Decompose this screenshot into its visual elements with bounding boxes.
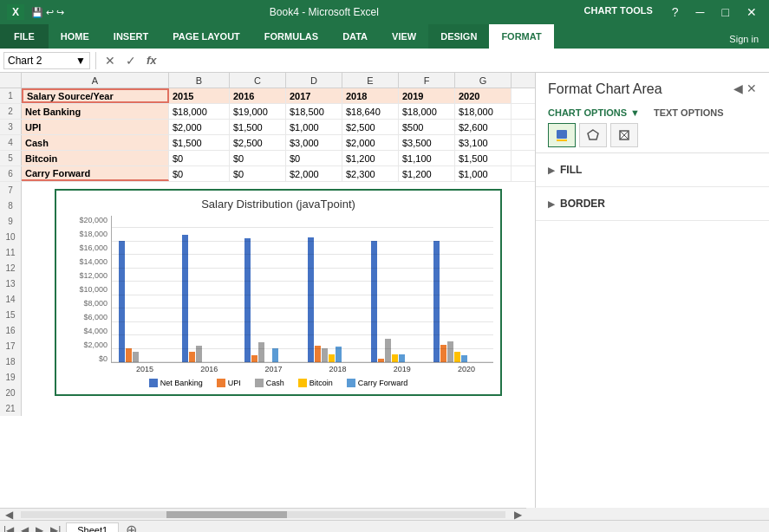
col-header-d[interactable]: D bbox=[286, 73, 342, 88]
col-header-a[interactable]: A bbox=[22, 73, 169, 88]
cell-g6[interactable]: $1,000 bbox=[455, 166, 512, 181]
tab-file[interactable]: FILE bbox=[0, 24, 49, 49]
cell-f4[interactable]: $3,500 bbox=[399, 135, 455, 150]
formula-input[interactable] bbox=[164, 55, 766, 67]
bar-2018-upi[interactable] bbox=[315, 346, 321, 362]
fill-section-header[interactable]: ▶ FILL bbox=[548, 160, 757, 179]
scrollbar-track[interactable] bbox=[21, 511, 505, 518]
cell-f2[interactable]: $18,000 bbox=[399, 104, 455, 119]
help-btn[interactable]: ? bbox=[667, 5, 684, 19]
cell-e5[interactable]: $1,200 bbox=[342, 151, 399, 165]
bar-2016-netBanking[interactable] bbox=[182, 235, 188, 362]
cell-a5[interactable]: Bitcoin bbox=[22, 151, 169, 165]
cell-d4[interactable]: $3,000 bbox=[286, 135, 342, 150]
bar-2020-netBanking[interactable] bbox=[433, 241, 440, 362]
cell-a4[interactable]: Cash bbox=[22, 135, 169, 150]
cell-a1[interactable]: Salary Source/Year bbox=[22, 88, 169, 103]
col-header-f[interactable]: F bbox=[399, 73, 455, 88]
chart-options-button[interactable]: CHART OPTIONS ▼ bbox=[548, 107, 640, 118]
tab-home[interactable]: HOME bbox=[49, 24, 101, 49]
sheet-nav-next[interactable]: ▶ bbox=[32, 524, 47, 533]
border-section-header[interactable]: ▶ BORDER bbox=[548, 194, 757, 213]
tab-data[interactable]: DATA bbox=[330, 24, 380, 49]
close-btn[interactable]: ✕ bbox=[741, 5, 762, 19]
cell-c1[interactable]: 2016 bbox=[230, 88, 286, 103]
bar-2020-upi[interactable] bbox=[440, 345, 446, 362]
tab-insert[interactable]: INSERT bbox=[101, 24, 160, 49]
tab-page-layout[interactable]: PAGE LAYOUT bbox=[160, 24, 252, 49]
cell-c5[interactable]: $0 bbox=[230, 151, 286, 165]
bar-2018-bitcoin[interactable] bbox=[329, 354, 335, 362]
name-box[interactable]: Chart 2 ▼ bbox=[3, 52, 90, 69]
cell-a2[interactable]: Net Banking bbox=[22, 104, 169, 119]
bar-2015-cash[interactable] bbox=[133, 352, 139, 362]
cell-e1[interactable]: 2018 bbox=[342, 88, 399, 103]
cell-c6[interactable]: $0 bbox=[230, 166, 286, 181]
cell-g1[interactable]: 2020 bbox=[455, 88, 512, 103]
border-icon-btn[interactable] bbox=[579, 123, 607, 147]
tab-format[interactable]: FORMAT bbox=[489, 24, 553, 49]
bar-2020-bitcoin[interactable] bbox=[454, 352, 460, 362]
cell-g4[interactable]: $3,100 bbox=[455, 135, 512, 150]
add-sheet-btn[interactable]: ⊕ bbox=[119, 522, 144, 532]
cell-e3[interactable]: $2,500 bbox=[342, 120, 399, 134]
chart-wrapper[interactable]: Salary Distribution (javaTpoint) $20,000… bbox=[22, 182, 535, 416]
cell-d3[interactable]: $1,000 bbox=[286, 120, 342, 134]
bar-2016-upi[interactable] bbox=[189, 352, 195, 362]
bar-2017-carryForward[interactable] bbox=[272, 348, 278, 362]
cell-d2[interactable]: $18,500 bbox=[286, 104, 342, 119]
cell-b3[interactable]: $2,000 bbox=[169, 120, 230, 134]
horizontal-scrollbar[interactable]: ◀ ▶ bbox=[0, 508, 526, 520]
tab-design[interactable]: DESIGN bbox=[428, 24, 489, 49]
sheet-tab-1[interactable]: Sheet1 bbox=[66, 522, 119, 532]
cell-a3[interactable]: UPI bbox=[22, 120, 169, 134]
cell-a6[interactable]: Carry Forward bbox=[22, 166, 169, 181]
panel-back-icon[interactable]: ◀ bbox=[733, 81, 743, 95]
scrollbar-thumb[interactable] bbox=[166, 511, 288, 518]
cell-f5[interactable]: $1,100 bbox=[399, 151, 455, 165]
scroll-left-btn[interactable]: ◀ bbox=[0, 509, 17, 521]
cell-g5[interactable]: $1,500 bbox=[455, 151, 512, 165]
name-box-arrow[interactable]: ▼ bbox=[75, 55, 86, 67]
text-options-button[interactable]: TEXT OPTIONS bbox=[654, 107, 724, 118]
cell-f6[interactable]: $1,200 bbox=[399, 166, 455, 181]
chart-container[interactable]: Salary Distribution (javaTpoint) $20,000… bbox=[55, 189, 502, 396]
cell-b1[interactable]: 2015 bbox=[169, 88, 230, 103]
cell-b4[interactable]: $1,500 bbox=[169, 135, 230, 150]
col-header-b[interactable]: B bbox=[169, 73, 230, 88]
bar-2019-carryForward[interactable] bbox=[399, 354, 405, 362]
formula-confirm[interactable]: ✓ bbox=[122, 54, 140, 68]
formula-fx[interactable]: fx bbox=[143, 54, 160, 67]
maximize-btn[interactable]: □ bbox=[717, 5, 734, 19]
fill-icon-btn[interactable] bbox=[548, 123, 576, 147]
cell-f3[interactable]: $500 bbox=[399, 120, 455, 134]
scroll-right-btn[interactable]: ▶ bbox=[509, 509, 526, 521]
col-header-c[interactable]: C bbox=[230, 73, 286, 88]
bar-2016-cash[interactable] bbox=[196, 346, 202, 362]
bar-2018-cash[interactable] bbox=[322, 348, 328, 362]
cell-b6[interactable]: $0 bbox=[169, 166, 230, 181]
sign-in-button[interactable]: Sign in bbox=[719, 29, 769, 49]
bar-2015-upi[interactable] bbox=[126, 348, 132, 362]
cell-g3[interactable]: $2,600 bbox=[455, 120, 512, 134]
cell-c3[interactable]: $1,500 bbox=[230, 120, 286, 134]
cell-b5[interactable]: $0 bbox=[169, 151, 230, 165]
bar-2019-cash[interactable] bbox=[385, 339, 391, 362]
cell-c2[interactable]: $19,000 bbox=[230, 104, 286, 119]
panel-close-icon[interactable]: ✕ bbox=[746, 81, 757, 95]
col-header-g[interactable]: G bbox=[455, 73, 512, 88]
cell-c4[interactable]: $2,500 bbox=[230, 135, 286, 150]
effects-icon-btn[interactable] bbox=[610, 123, 638, 147]
bar-2019-netBanking[interactable] bbox=[371, 241, 377, 362]
sheet-nav-last[interactable]: ▶| bbox=[47, 524, 64, 533]
cell-d5[interactable]: $0 bbox=[286, 151, 342, 165]
minimize-btn[interactable]: ─ bbox=[691, 5, 710, 19]
bar-2018-carryForward[interactable] bbox=[336, 347, 342, 362]
bar-2015-netBanking[interactable] bbox=[119, 241, 125, 362]
cell-d6[interactable]: $2,000 bbox=[286, 166, 342, 181]
cell-e6[interactable]: $2,300 bbox=[342, 166, 399, 181]
bar-2019-bitcoin[interactable] bbox=[392, 354, 398, 362]
bar-2020-cash[interactable] bbox=[447, 341, 453, 362]
cell-f1[interactable]: 2019 bbox=[399, 88, 455, 103]
cell-d1[interactable]: 2017 bbox=[286, 88, 342, 103]
